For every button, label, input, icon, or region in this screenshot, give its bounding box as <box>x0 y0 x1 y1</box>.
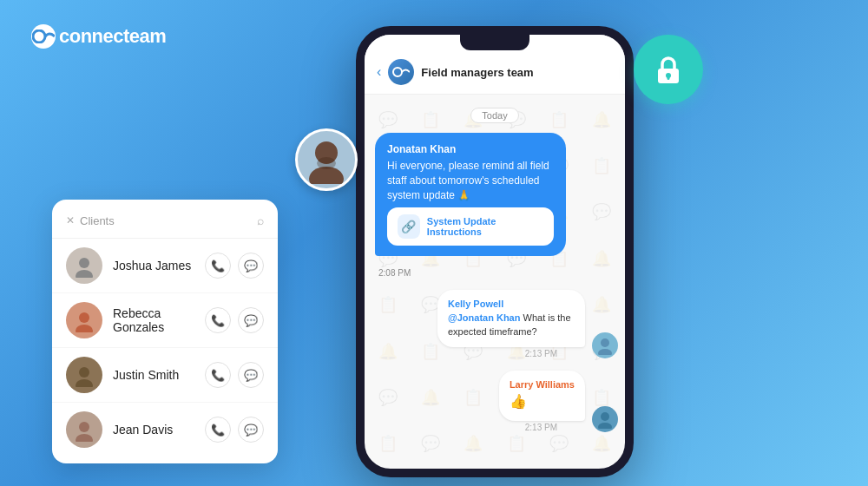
contact-name-rebecca: Rebecca Gonzales <box>113 306 194 334</box>
mention-kelly: @Jonatan Khan <box>448 312 520 323</box>
search-icon[interactable]: ⌕ <box>257 213 264 227</box>
contact-item-joshua[interactable]: Joshua James 📞 💬 <box>52 239 278 293</box>
svg-point-4 <box>76 325 93 332</box>
logo: connecteam <box>31 24 166 49</box>
svg-point-7 <box>79 422 89 432</box>
contact-actions-joshua: 📞 💬 <box>205 253 264 279</box>
call-btn-justin[interactable]: 📞 <box>205 362 231 388</box>
contact-actions-jean: 📞 💬 <box>205 417 264 443</box>
svg-point-13 <box>601 338 609 347</box>
svg-point-2 <box>76 270 93 278</box>
message-row-kelly: Kelly Powell @Jonatan Khan What is the e… <box>372 290 618 358</box>
svg-rect-19 <box>667 76 670 80</box>
link-icon: 🔗 <box>398 214 420 239</box>
svg-point-16 <box>598 423 612 429</box>
message-bubble-larry: Larry Williams 👍 <box>499 371 585 420</box>
contact-item-jean[interactable]: Jean Davis 📞 💬 <box>52 403 278 456</box>
time-larry: 2:13 PM <box>525 423 557 432</box>
contact-name-joshua: Joshua James <box>113 259 194 273</box>
phone-notch <box>460 35 529 50</box>
back-icon[interactable]: ‹ <box>377 64 381 80</box>
channel-avatar <box>388 59 414 85</box>
svg-point-0 <box>33 30 45 43</box>
call-btn-rebecca[interactable]: 📞 <box>205 307 231 333</box>
contact-name-jean: Jean Davis <box>113 423 194 437</box>
avatar-rebecca <box>66 302 102 338</box>
call-btn-joshua[interactable]: 📞 <box>205 253 231 279</box>
time-jonatan: 2:08 PM <box>378 268 618 278</box>
lock-icon <box>651 52 686 87</box>
chat-btn-rebecca[interactable]: 💬 <box>238 307 264 333</box>
avatar-joshua <box>66 247 102 284</box>
message-text-larry: 👍 <box>510 392 575 411</box>
logo-icon <box>31 24 56 49</box>
time-kelly: 2:13 PM <box>525 349 557 358</box>
contact-actions-rebecca: 📞 💬 <box>205 307 264 333</box>
svg-point-14 <box>598 349 612 355</box>
svg-point-3 <box>79 312 89 323</box>
contact-name-justin: Justin Smith <box>113 368 194 382</box>
sender-larry: Larry Williams <box>510 379 575 390</box>
sender-kelly: Kelly Powell <box>448 299 575 309</box>
avatar-jean <box>66 411 102 448</box>
svg-point-11 <box>317 157 336 169</box>
chat-btn-joshua[interactable]: 💬 <box>238 253 264 279</box>
svg-point-1 <box>79 258 89 268</box>
today-badge: Today <box>372 107 618 122</box>
chat-messages: 💬📋🔔💬📋🔔 📋💬📋🔔💬📋 🔔📋💬📋🔔💬 💬🔔📋💬📋🔔 📋💬🔔📋💬🔔 🔔📋💬🔔📋… <box>365 95 625 469</box>
message-bubble-jonatan: Jonatan Khan Hi everyone, please remind … <box>375 133 566 256</box>
contact-item-justin[interactable]: Justin Smith 📞 💬 <box>52 348 278 403</box>
contacts-panel: ✕ Clients ⌕ Joshua James 📞 💬 Rebecca Gon… <box>52 200 278 463</box>
message-text-jonatan: Hi everyone, please remind all field sta… <box>387 159 554 202</box>
search-label-area: ✕ Clients <box>66 214 115 227</box>
today-label: Today <box>470 108 518 123</box>
lock-badge <box>634 35 703 104</box>
sender-jonatan: Jonatan Khan <box>387 143 554 155</box>
avatar-justin <box>66 357 102 393</box>
message-row-jonatan: Jonatan Khan Hi everyone, please remind … <box>372 133 618 256</box>
message-text-kelly: @Jonatan Khan What is the expected timef… <box>448 312 575 338</box>
link-text: System Update Instructions <box>427 216 543 237</box>
search-text: Clients <box>80 214 115 227</box>
contact-actions-justin: 📞 💬 <box>205 362 264 388</box>
search-bar[interactable]: ✕ Clients ⌕ <box>52 213 278 239</box>
channel-name: Field managers team <box>421 66 613 79</box>
svg-point-5 <box>79 367 89 378</box>
logo-text: connecteam <box>59 25 166 48</box>
chat-btn-justin[interactable]: 💬 <box>238 362 264 388</box>
svg-point-8 <box>76 434 93 442</box>
svg-point-12 <box>393 68 402 76</box>
phone-frame: ‹ Field managers team 💬📋🔔💬📋🔔 📋💬📋🔔💬📋 🔔📋💬📋… <box>356 26 634 477</box>
close-icon[interactable]: ✕ <box>66 214 75 227</box>
avatar-larry <box>592 406 618 432</box>
call-btn-jean[interactable]: 📞 <box>205 417 231 443</box>
link-attachment[interactable]: 🔗 System Update Instructions <box>387 207 554 246</box>
svg-point-6 <box>76 379 93 387</box>
chat-btn-jean[interactable]: 💬 <box>238 417 264 443</box>
svg-point-15 <box>601 412 609 421</box>
message-row-larry: Larry Williams 👍 2:13 PM <box>372 371 618 431</box>
phone-container: ‹ Field managers team 💬📋🔔💬📋🔔 📋💬📋🔔💬📋 🔔📋💬📋… <box>356 26 634 477</box>
message-bubble-kelly: Kelly Powell @Jonatan Khan What is the e… <box>437 290 585 347</box>
avatar-jonatan-outer <box>295 128 358 191</box>
contact-item-rebecca[interactable]: Rebecca Gonzales 📞 💬 <box>52 293 278 348</box>
avatar-kelly <box>592 332 618 358</box>
